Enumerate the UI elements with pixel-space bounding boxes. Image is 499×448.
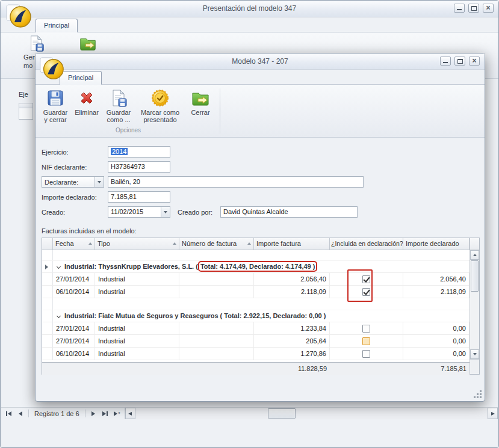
save-as-button[interactable]: Guardar como ... <box>102 87 135 126</box>
table-row[interactable]: 06/10/2014 Industrial 1.270,86 0,00 <box>42 348 470 360</box>
main-tab-principal[interactable]: Principal <box>36 19 78 32</box>
group-row-thyssenkrupp[interactable]: Industrial: ThyssnKrupp Elevadores, S.L.… <box>42 261 470 273</box>
creado-label: Creado: <box>42 209 108 216</box>
scrollbar-track[interactable] <box>470 260 479 349</box>
maximize-icon <box>457 59 463 64</box>
save-icon <box>46 88 65 108</box>
scroll-down-button[interactable] <box>470 349 479 359</box>
collapse-chevron-icon[interactable] <box>57 265 61 269</box>
group-row-fiatc[interactable]: Industrial: Fiatc Mutua de Seguros y Rea… <box>42 310 470 322</box>
scrollbar-thumb[interactable] <box>471 260 479 292</box>
main-titlebar: Presentación del modelo 347 × <box>1 1 498 17</box>
grid-header-importe-declarado[interactable]: Importe declarado <box>403 238 470 250</box>
nav-prev-button[interactable] <box>15 409 26 419</box>
cell-importe-declarado: 2.056,40 <box>403 273 470 285</box>
collapse-chevron-icon[interactable] <box>57 314 61 318</box>
nav-first-button[interactable] <box>3 409 14 419</box>
dialog-body: Ejercicio: 2014 NIF declarante: H3736497… <box>36 138 485 402</box>
cell-importe-declarado: 0,00 <box>403 335 470 347</box>
red-annotation-highlight: Total: 4.174,49, Declarado: 4.174,49 ) <box>200 263 316 270</box>
current-row-marker <box>42 261 53 272</box>
summary-importe-factura: 11.828,59 <box>254 363 330 375</box>
grid-header-incluida[interactable]: ¿Incluida en declaración? <box>330 238 403 250</box>
table-row[interactable]: 27/01/2014 Industrial 2.056,40 2.056,40 <box>42 273 470 286</box>
ejercicio-input[interactable]: 2014 <box>108 146 170 158</box>
cell-tipo: Industrial <box>95 286 179 298</box>
creado-por-label: Creado por: <box>178 209 220 216</box>
cell-importe-factura: 1.233,84 <box>254 322 330 334</box>
scroll-left-button[interactable] <box>125 408 135 419</box>
nav-last-button[interactable] <box>100 409 111 419</box>
declarante-field-combo[interactable]: Declarante: <box>42 176 104 188</box>
cell-importe-declarado: 2.118,09 <box>403 286 470 298</box>
creado-por-input[interactable]: David Quintas Alcalde <box>220 206 358 218</box>
dialog-minimize-button[interactable] <box>440 57 451 66</box>
dialog-ribbon: Guardar y cerrar Eliminar <box>36 85 485 138</box>
importe-declarado-input[interactable]: 7.185,81 <box>108 191 170 203</box>
cell-fecha: 27/01/2014 <box>53 273 95 285</box>
close-model-button[interactable] <box>74 34 102 52</box>
close-button[interactable]: × <box>483 4 494 13</box>
button-label: Cerrar <box>191 109 209 116</box>
cell-tipo: Industrial <box>95 322 179 334</box>
green-folder-icon <box>191 88 210 108</box>
table-row[interactable]: 06/10/2014 Industrial 2.118,09 2.118,09 <box>42 286 470 298</box>
cell-numero <box>179 322 254 334</box>
nav-new-button[interactable]: * <box>112 409 123 419</box>
grid-header-tipo[interactable]: Tipo <box>95 238 179 250</box>
table-row[interactable]: 27/01/2014 Industrial 205,64 0,00 <box>42 335 470 348</box>
grid-header-fecha[interactable]: Fecha <box>53 238 95 250</box>
incluida-checkbox[interactable] <box>362 337 370 345</box>
scroll-right-button[interactable] <box>488 408 498 419</box>
sort-asc-icon <box>173 242 176 245</box>
app-logo-icon <box>39 55 64 81</box>
app-logo-icon <box>5 2 32 29</box>
maximize-button[interactable] <box>468 4 479 13</box>
declarante-input[interactable]: Bailén, 20 <box>108 176 364 188</box>
button-label: Guardar y cerrar <box>43 109 67 123</box>
table-row[interactable]: 27/01/2014 Industrial 1.233,84 0,00 <box>42 322 470 335</box>
incluida-checkbox[interactable] <box>362 288 370 296</box>
grid-vertical-scrollbar[interactable] <box>470 238 479 374</box>
incluida-checkbox[interactable] <box>362 325 370 333</box>
incluida-checkbox[interactable] <box>362 275 370 283</box>
minimize-button[interactable] <box>454 4 465 13</box>
chevron-down-icon[interactable] <box>95 177 104 187</box>
scrollbar-corner <box>470 238 479 250</box>
dialog-tab-principal[interactable]: Principal <box>60 71 102 85</box>
mark-as-presented-button[interactable]: Marcar como presentado <box>135 87 185 126</box>
cell-fecha: 06/10/2014 <box>53 348 95 360</box>
cell-fecha: 27/01/2014 <box>53 335 95 347</box>
background-label-fragment: Eje <box>19 91 28 98</box>
declarante-combo-label: Declarante: <box>42 179 95 186</box>
dialog-tabstrip: Principal <box>36 70 485 85</box>
horizontal-scrollbar[interactable] <box>125 408 498 419</box>
declarante-value: Bailén, 20 <box>111 178 140 185</box>
nav-next-button[interactable] <box>88 409 99 419</box>
dialog-close-button[interactable]: × <box>469 57 480 66</box>
maximize-icon <box>471 6 477 11</box>
nif-label: NIF declarante: <box>42 164 108 171</box>
grid-header-importe-factura[interactable]: Importe factura <box>254 238 330 250</box>
minimize-icon <box>457 9 462 10</box>
scrollbar-track[interactable] <box>135 408 488 419</box>
cell-tipo: Industrial <box>95 273 179 285</box>
resize-grip[interactable] <box>474 390 482 399</box>
cell-importe-declarado: 0,00 <box>403 322 470 334</box>
creado-date-input[interactable]: 11/02/2015 <box>108 206 170 218</box>
delete-button[interactable]: Eliminar <box>72 87 102 126</box>
scroll-up-button[interactable] <box>470 250 479 260</box>
save-and-close-button[interactable]: Guardar y cerrar <box>39 87 72 126</box>
record-counter: Registro 1 de 6 <box>31 408 83 419</box>
nif-input[interactable]: H37364973 <box>108 161 170 173</box>
close-dialog-button[interactable]: Cerrar <box>185 87 216 126</box>
grid-summary-row: 11.828,59 7.185,81 <box>42 362 470 375</box>
cell-tipo: Industrial <box>95 335 179 347</box>
incluida-checkbox[interactable] <box>362 350 370 358</box>
dialog-maximize-button[interactable] <box>454 57 465 66</box>
cell-numero <box>179 273 254 285</box>
grid-header-numero[interactable]: Número de factura <box>179 238 254 250</box>
cell-importe-factura: 205,64 <box>254 335 330 347</box>
scrollbar-thumb[interactable] <box>268 408 296 419</box>
chevron-down-icon[interactable] <box>161 207 170 217</box>
